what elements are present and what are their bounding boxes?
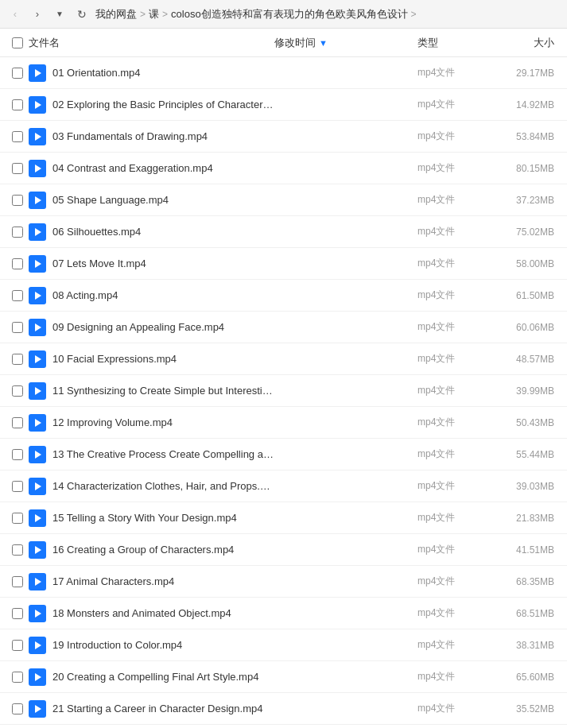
back-button[interactable]: ‹ xyxy=(6,6,24,23)
table-row[interactable]: 06 Silhouettes.mp4 mp4文件 75.02MB xyxy=(0,216,567,248)
row-checkbox[interactable] xyxy=(6,163,29,174)
table-row[interactable]: 08 Acting.mp4 mp4文件 61.50MB xyxy=(0,280,567,312)
table-row[interactable]: 05 Shape Language.mp4 mp4文件 37.23MB xyxy=(0,184,567,216)
row-checkbox[interactable] xyxy=(6,99,29,110)
breadcrumb-home[interactable]: 我的网盘 xyxy=(95,7,137,21)
table-row[interactable]: 14 Characterization Clothes, Hair, and P… xyxy=(0,470,567,502)
row-checkbox[interactable] xyxy=(6,672,29,683)
file-size: 39.99MB xyxy=(497,385,561,397)
table-row[interactable]: 01 Orientation.mp4 mp4文件 29.17MB xyxy=(0,57,567,89)
row-checkbox[interactable] xyxy=(6,513,29,524)
row-checkbox[interactable] xyxy=(6,481,29,492)
row-checkbox[interactable] xyxy=(6,131,29,142)
file-checkbox[interactable] xyxy=(12,513,23,524)
forward-button[interactable]: › xyxy=(29,6,46,23)
file-type-label: mp4文件 xyxy=(417,606,497,620)
breadcrumb-course[interactable]: 课 xyxy=(149,7,159,21)
header-modified[interactable]: 修改时间 ▼ xyxy=(274,36,417,50)
file-size: 29.17MB xyxy=(497,68,561,79)
table-row[interactable]: 12 Improving Volume.mp4 mp4文件 50.43MB xyxy=(0,407,567,439)
table-row[interactable]: 04 Contrast and Exaggeration.mp4 mp4文件 8… xyxy=(0,153,567,184)
file-size: 14.92MB xyxy=(497,99,561,110)
file-checkbox[interactable] xyxy=(12,290,23,301)
file-name: 04 Contrast and Exaggeration.mp4 xyxy=(46,162,274,174)
file-size: 48.57MB xyxy=(497,354,561,365)
row-checkbox[interactable] xyxy=(6,703,29,714)
file-type-label: mp4文件 xyxy=(417,511,497,525)
file-checkbox[interactable] xyxy=(12,195,23,206)
file-name: 07 Lets Move It.mp4 xyxy=(46,258,274,269)
table-row[interactable]: 15 Telling a Story With Your Design.mp4 … xyxy=(0,502,567,534)
file-type-label: mp4文件 xyxy=(417,98,497,111)
file-checkbox[interactable] xyxy=(12,544,23,556)
play-icon xyxy=(35,133,41,141)
row-checkbox[interactable] xyxy=(6,322,29,333)
file-checkbox[interactable] xyxy=(12,672,23,683)
row-checkbox[interactable] xyxy=(6,576,29,587)
table-row[interactable]: 10 Facial Expressions.mp4 mp4文件 48.57MB xyxy=(0,343,567,375)
table-row[interactable]: 13 The Creative Process Create Compellin… xyxy=(0,439,567,470)
file-checkbox[interactable] xyxy=(12,481,23,492)
table-row[interactable]: 16 Creating a Group of Characters.mp4 mp… xyxy=(0,534,567,566)
select-all-checkbox[interactable] xyxy=(12,37,23,48)
play-icon xyxy=(35,610,41,618)
file-checkbox[interactable] xyxy=(12,576,23,587)
table-row[interactable]: 21 Starting a Career in Character Design… xyxy=(0,693,567,725)
file-name: 13 The Creative Process Create Compellin… xyxy=(46,448,274,460)
file-size: 60.06MB xyxy=(497,322,561,333)
row-checkbox[interactable] xyxy=(6,640,29,651)
refresh-button[interactable]: ↻ xyxy=(73,6,91,23)
table-row[interactable]: 18 Monsters and Animated Object.mp4 mp4文… xyxy=(0,598,567,629)
file-checkbox[interactable] xyxy=(12,131,23,142)
file-size: 38.31MB xyxy=(497,640,561,651)
file-size: 58.00MB xyxy=(497,258,561,269)
header-checkbox[interactable] xyxy=(6,37,29,48)
table-row[interactable]: 09 Designing an Appealing Face.mp4 mp4文件… xyxy=(0,312,567,343)
table-row[interactable]: 03 Fundamentals of Drawing.mp4 mp4文件 53.… xyxy=(0,121,567,153)
file-checkbox[interactable] xyxy=(12,354,23,365)
file-list: 01 Orientation.mp4 mp4文件 29.17MB 02 Expl… xyxy=(0,57,567,725)
row-checkbox[interactable] xyxy=(6,417,29,428)
row-checkbox[interactable] xyxy=(6,354,29,365)
file-checkbox[interactable] xyxy=(12,322,23,333)
file-checkbox[interactable] xyxy=(12,68,23,79)
file-type-label: mp4文件 xyxy=(417,575,497,588)
file-size: 39.03MB xyxy=(497,481,561,492)
file-checkbox[interactable] xyxy=(12,385,23,397)
row-checkbox[interactable] xyxy=(6,449,29,460)
file-checkbox[interactable] xyxy=(12,163,23,174)
file-checkbox[interactable] xyxy=(12,258,23,269)
row-checkbox[interactable] xyxy=(6,385,29,397)
table-row[interactable]: 02 Exploring the Basic Principles of Cha… xyxy=(0,89,567,121)
header-type: 类型 xyxy=(417,36,497,50)
table-row[interactable]: 20 Creating a Compelling Final Art Style… xyxy=(0,661,567,693)
file-checkbox[interactable] xyxy=(12,99,23,110)
play-icon xyxy=(35,514,41,522)
table-header: 文件名 修改时间 ▼ 类型 大小 xyxy=(0,29,567,57)
file-type-label: mp4文件 xyxy=(417,543,497,556)
row-checkbox[interactable] xyxy=(6,608,29,619)
file-name: 05 Shape Language.mp4 xyxy=(46,194,274,206)
row-checkbox[interactable] xyxy=(6,258,29,269)
file-name: 06 Silhouettes.mp4 xyxy=(46,226,274,238)
table-row[interactable]: 07 Lets Move It.mp4 mp4文件 58.00MB xyxy=(0,248,567,280)
row-checkbox[interactable] xyxy=(6,290,29,301)
row-checkbox[interactable] xyxy=(6,68,29,79)
row-checkbox[interactable] xyxy=(6,544,29,556)
file-checkbox[interactable] xyxy=(12,608,23,619)
file-checkbox[interactable] xyxy=(12,640,23,651)
file-type-label: mp4文件 xyxy=(417,384,497,397)
file-checkbox[interactable] xyxy=(12,703,23,714)
dropdown-button[interactable]: ▼ xyxy=(51,6,68,23)
file-checkbox[interactable] xyxy=(12,449,23,460)
file-name: 09 Designing an Appealing Face.mp4 xyxy=(46,321,274,333)
row-checkbox[interactable] xyxy=(6,227,29,238)
row-checkbox[interactable] xyxy=(6,195,29,206)
file-checkbox[interactable] xyxy=(12,227,23,238)
file-checkbox[interactable] xyxy=(12,417,23,428)
table-row[interactable]: 19 Introduction to Color.mp4 mp4文件 38.31… xyxy=(0,629,567,661)
file-type-icon xyxy=(29,350,46,368)
table-row[interactable]: 11 Synthesizing to Create Simple but Int… xyxy=(0,375,567,407)
play-icon xyxy=(35,419,41,427)
table-row[interactable]: 17 Animal Characters.mp4 mp4文件 68.35MB xyxy=(0,566,567,598)
